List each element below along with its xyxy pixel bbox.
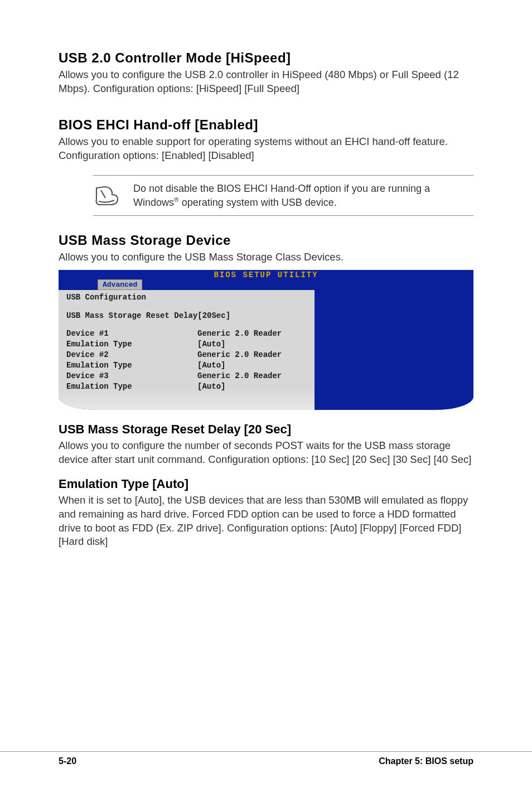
note-callout: Do not disable the BIOS EHCI Hand-Off op… <box>93 175 473 216</box>
heading-emulation: Emulation Type [Auto] <box>59 477 473 491</box>
bios-row-value: [Auto] <box>197 360 309 371</box>
bios-emulation-row[interactable]: Emulation Type [Auto] <box>66 339 309 350</box>
bios-row-value: Generic 2.0 Reader <box>197 371 309 381</box>
bios-row-label: Device #2 <box>66 350 197 360</box>
para-mass-device: Allows you to configure the USB Mass Sto… <box>59 250 473 264</box>
bios-body: USB Configuration USB Mass Storage Reset… <box>59 290 473 410</box>
bios-row-label: Device #3 <box>66 371 197 381</box>
bios-tab-advanced[interactable]: Advanced <box>98 279 142 290</box>
bios-reset-delay-label: USB Mass Storage Reset Delay <box>66 311 197 321</box>
para-reset-delay: Allows you to configure the number of se… <box>59 439 473 467</box>
heading-reset-delay: USB Mass Storage Reset Delay [20 Sec] <box>59 422 473 437</box>
bios-right-pane <box>316 290 473 410</box>
bios-group-title: USB Configuration <box>66 292 197 303</box>
page-content: USB 2.0 Controller Mode [HiSpeed] Allows… <box>59 50 473 549</box>
bios-left-pane: USB Configuration USB Mass Storage Reset… <box>59 290 316 410</box>
bios-row-value: Generic 2.0 Reader <box>197 328 309 339</box>
bios-row-label: Emulation Type <box>66 381 197 392</box>
heading-ehci: BIOS EHCI Hand-off [Enabled] <box>59 117 473 133</box>
hand-note-icon <box>93 185 120 207</box>
bios-row-label: Emulation Type <box>66 360 197 371</box>
bios-title: BIOS SETUP UTILITY <box>59 270 473 280</box>
bios-device-row: Device #1 Generic 2.0 Reader <box>66 328 309 339</box>
footer-chapter: Chapter 5: BIOS setup <box>379 756 473 766</box>
bios-row-label: Device #1 <box>66 328 197 339</box>
bios-panel: BIOS SETUP UTILITY Advanced USB Configur… <box>59 270 473 410</box>
bios-reset-delay-row[interactable]: USB Mass Storage Reset Delay [20Sec] <box>66 311 309 321</box>
para-emulation: When it is set to [Auto], the USB device… <box>59 494 473 549</box>
para-ehci: Allows you to enable support for operati… <box>59 135 473 163</box>
bios-device-row: Device #2 Generic 2.0 Reader <box>66 350 309 360</box>
bios-row-value: [Auto] <box>197 381 309 392</box>
footer-page-number: 5-20 <box>59 756 76 766</box>
bios-emulation-row[interactable]: Emulation Type [Auto] <box>66 360 309 371</box>
bios-reset-delay-value: [20Sec] <box>197 311 309 321</box>
bios-row-value: Generic 2.0 Reader <box>197 350 309 360</box>
page-footer: 5-20 Chapter 5: BIOS setup <box>0 751 532 766</box>
bios-tab-row: Advanced <box>59 280 473 290</box>
bios-device-row: Device #3 Generic 2.0 Reader <box>66 371 309 381</box>
note-text: Do not disable the BIOS EHCI Hand-Off op… <box>133 182 473 210</box>
note-text-post: operating system with USB device. <box>179 197 337 208</box>
para-usb20: Allows you to configure the USB 2.0 cont… <box>59 68 473 96</box>
heading-mass-device: USB Mass Storage Device <box>59 233 473 248</box>
bios-row-value: [Auto] <box>197 339 309 350</box>
bios-emulation-row[interactable]: Emulation Type [Auto] <box>66 381 309 392</box>
bios-row-label: Emulation Type <box>66 339 197 350</box>
note-reg-symbol: ® <box>174 196 179 203</box>
heading-usb20: USB 2.0 Controller Mode [HiSpeed] <box>59 50 473 66</box>
